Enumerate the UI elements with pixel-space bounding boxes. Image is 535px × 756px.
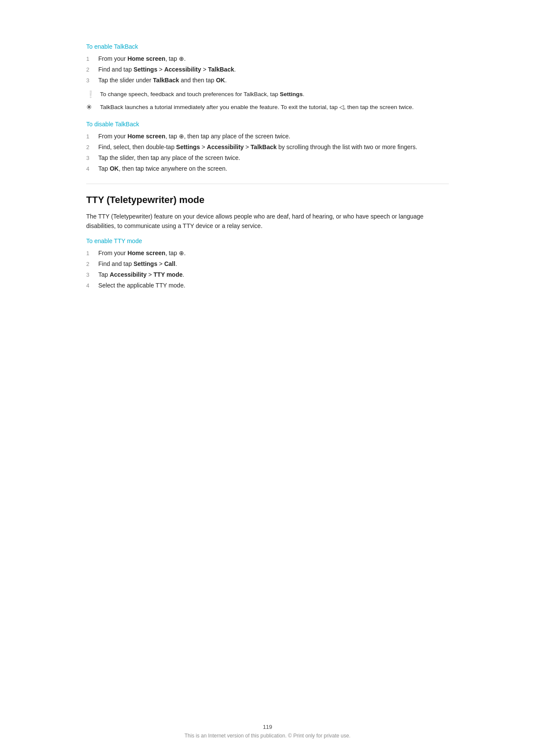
list-number: 4: [86, 164, 98, 173]
note-icon: ❕: [86, 90, 96, 98]
bold-text: Home screen: [128, 250, 166, 256]
list-number: 3: [86, 270, 98, 279]
bold-text: Home screen: [128, 133, 166, 140]
bold-text: OK: [216, 77, 225, 84]
list-item: 2 Find and tap Settings > Accessibility …: [86, 65, 449, 74]
bold-text: Settings: [134, 260, 157, 267]
list-item-text: From your Home screen, tap ⊕, then tap a…: [98, 132, 449, 141]
list-item: 3 Tap Accessibility > TTY mode.: [86, 270, 449, 279]
bold-text: Settings: [176, 144, 200, 150]
tip-icon: ✳: [86, 103, 96, 111]
bold-text: Accessibility: [207, 144, 244, 150]
bold-text: Accessibility: [164, 66, 201, 73]
list-number: 3: [86, 153, 98, 162]
bold-text: Settings: [280, 91, 303, 97]
list-item-text: Find, select, then double-tap Settings >…: [98, 143, 449, 152]
tty-section: TTY (Teletypewriter) mode The TTY (Telet…: [86, 184, 449, 291]
enable-talkback-section: To enable TalkBack 1 From your Home scre…: [86, 43, 449, 112]
page-content: To enable TalkBack 1 From your Home scre…: [0, 0, 535, 339]
list-item: 2 Find and tap Settings > Call.: [86, 259, 449, 269]
bold-text: TalkBack: [153, 77, 179, 84]
list-item-text: From your Home screen, tap ⊕.: [98, 54, 449, 63]
tip-text: TalkBack launches a tutorial immediately…: [100, 103, 413, 112]
footer-text: This is an Internet version of this publ…: [0, 733, 535, 739]
list-number: 3: [86, 76, 98, 85]
list-number: 1: [86, 54, 98, 63]
tty-main-title: TTY (Teletypewriter) mode: [86, 184, 449, 206]
list-item-text: Find and tap Settings > Accessibility > …: [98, 65, 449, 74]
page-footer: 119 This is an Internet version of this …: [0, 724, 535, 739]
note-block: ❕ To change speech, feedback and touch p…: [86, 90, 449, 99]
bold-text: Call: [164, 260, 175, 267]
enable-tty-heading: To enable TTY mode: [86, 237, 449, 244]
list-number: 1: [86, 249, 98, 258]
list-number: 2: [86, 65, 98, 74]
disable-talkback-list: 1 From your Home screen, tap ⊕, then tap…: [86, 132, 449, 173]
list-item: 4 Tap OK, then tap twice anywhere on the…: [86, 164, 449, 173]
bold-text: TalkBack: [208, 66, 234, 73]
bold-text: Home screen: [128, 55, 166, 62]
list-item-text: From your Home screen, tap ⊕.: [98, 249, 449, 258]
list-item-text: Find and tap Settings > Call.: [98, 259, 449, 269]
enable-talkback-list: 1 From your Home screen, tap ⊕. 2 Find a…: [86, 54, 449, 85]
list-number: 2: [86, 259, 98, 269]
tty-description: The TTY (Teletypewriter) feature on your…: [86, 212, 449, 231]
list-item: 1 From your Home screen, tap ⊕.: [86, 54, 449, 63]
bold-text: Settings: [134, 66, 157, 73]
list-number: 1: [86, 132, 98, 141]
list-item: 2 Find, select, then double-tap Settings…: [86, 143, 449, 152]
bold-text: Accessibility: [110, 271, 147, 278]
list-item: 1 From your Home screen, tap ⊕, then tap…: [86, 132, 449, 141]
list-item-text: Tap the slider, then tap any place of th…: [98, 153, 449, 162]
list-item: 3 Tap the slider, then tap any place of …: [86, 153, 449, 162]
list-item-text: Tap the slider under TalkBack and then t…: [98, 76, 449, 85]
list-item: 1 From your Home screen, tap ⊕.: [86, 249, 449, 258]
page-number: 119: [0, 724, 535, 730]
tip-block: ✳ TalkBack launches a tutorial immediate…: [86, 103, 449, 112]
bold-text: OK: [110, 165, 119, 172]
list-item-text: Tap Accessibility > TTY mode.: [98, 270, 449, 279]
enable-tty-list: 1 From your Home screen, tap ⊕. 2 Find a…: [86, 249, 449, 290]
bold-text: TTY mode: [153, 271, 182, 278]
list-item-text: Tap OK, then tap twice anywhere on the s…: [98, 164, 449, 173]
list-number: 2: [86, 143, 98, 152]
list-item-text: Select the applicable TTY mode.: [98, 281, 449, 290]
disable-talkback-heading: To disable TalkBack: [86, 121, 449, 128]
list-number: 4: [86, 281, 98, 290]
enable-talkback-heading: To enable TalkBack: [86, 43, 449, 50]
disable-talkback-section: To disable TalkBack 1 From your Home scr…: [86, 121, 449, 173]
list-item: 4 Select the applicable TTY mode.: [86, 281, 449, 290]
note-text: To change speech, feedback and touch pre…: [100, 90, 304, 99]
bold-text: TalkBack: [250, 144, 276, 150]
list-item: 3 Tap the slider under TalkBack and then…: [86, 76, 449, 85]
